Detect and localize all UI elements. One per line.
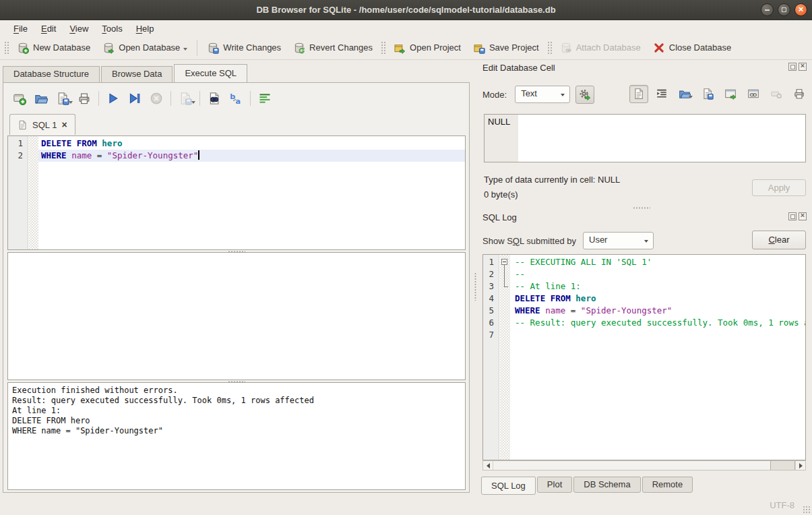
encoding-indicator[interactable]: UTF-8 (770, 500, 794, 510)
dropdown-arrow-icon[interactable] (69, 101, 73, 106)
fold-marker[interactable] (500, 256, 510, 268)
import-data-button[interactable] (675, 85, 694, 103)
titlebar[interactable]: DB Browser for SQLite - /home/user/code/… (0, 0, 812, 20)
open-in-external-button[interactable] (721, 85, 740, 103)
save-sql-file-button[interactable] (52, 90, 73, 108)
close-sql-tab-icon[interactable]: × (61, 120, 67, 129)
text-mode-button[interactable] (629, 85, 648, 103)
results-pane[interactable] (7, 252, 466, 380)
log-filter-label: Show SQL submitted by (482, 236, 576, 246)
sql-file-tab[interactable]: SQL 1 × (9, 114, 75, 135)
log-filter-combobox[interactable]: User (583, 232, 654, 249)
resize-grip[interactable] (803, 506, 810, 513)
code-line[interactable]: -- (512, 268, 805, 280)
execute-all-button[interactable] (102, 90, 124, 108)
float-dock-icon[interactable] (788, 63, 797, 71)
line-number: 4 (483, 293, 499, 305)
tab-sql-log[interactable]: SQL Log (481, 477, 536, 495)
close-database-button[interactable]: Close Database (647, 38, 738, 57)
close-dock-icon[interactable] (799, 212, 807, 220)
open-project-button[interactable]: Open Project (387, 38, 467, 57)
cell-edit-area[interactable] (518, 115, 805, 162)
code-line[interactable]: DELETE FROM hero (512, 293, 805, 305)
code-line[interactable]: WHERE name = "Spider-Youngster" (38, 150, 465, 162)
tab-new-icon (13, 92, 26, 105)
null-icon (770, 88, 782, 100)
open-database-label: Open Database (119, 42, 180, 53)
tab-plot[interactable]: Plot (537, 477, 572, 493)
right-dock-area: Edit Database Cell Mode: Text NULL Type … (480, 60, 812, 495)
main-vertical-splitter[interactable] (471, 60, 480, 495)
execute-current-line-button[interactable] (124, 90, 146, 108)
collapse-icon[interactable] (501, 259, 507, 265)
menu-view[interactable]: View (63, 22, 95, 35)
dropdown-arrow-icon[interactable] (689, 96, 693, 100)
menu-edit[interactable]: Edit (34, 22, 63, 35)
dock-splitter[interactable] (480, 207, 803, 209)
log-code-area[interactable]: -- EXECUTING ALL IN 'SQL 1'---- At line … (510, 255, 805, 460)
scroll-right-icon[interactable] (795, 461, 805, 470)
menubar: FileEditViewToolsHelp (0, 21, 812, 36)
sql-document-icon (18, 120, 28, 130)
scroll-left-icon[interactable] (483, 461, 493, 470)
editor-code-area[interactable]: DELETE FROM heroWHERE name = "Spider-You… (38, 136, 465, 249)
mode-combobox[interactable]: Text (515, 86, 570, 103)
write-changes-button[interactable]: Write Changes (201, 38, 287, 57)
clear-log-button[interactable]: Clear (752, 231, 806, 249)
dropdown-arrow-icon[interactable] (183, 48, 187, 53)
word-wrap-button[interactable] (254, 90, 276, 108)
code-line[interactable]: DELETE FROM hero (38, 138, 465, 150)
auto-format-sql-button[interactable] (225, 90, 247, 108)
maximize-button[interactable] (778, 3, 790, 16)
export-data-button[interactable] (698, 85, 717, 103)
tab-browse-data[interactable]: Browse Data (101, 66, 173, 82)
print-cell-button[interactable] (790, 85, 809, 103)
float-dock-icon[interactable] (788, 212, 797, 220)
toolbar-handle[interactable] (546, 40, 553, 55)
tab-db-schema[interactable]: DB Schema (573, 477, 640, 493)
menu-help[interactable]: Help (129, 22, 161, 35)
play-line-icon (128, 92, 142, 105)
cell-editor[interactable]: NULL (484, 114, 806, 162)
new-database-button[interactable]: New Database (11, 38, 96, 57)
new-sql-tab-button[interactable] (9, 90, 30, 108)
toolbar-handle[interactable] (3, 40, 9, 55)
open-database-button[interactable]: Open Database (96, 38, 193, 57)
cell-editor-toolbar (629, 84, 809, 103)
tab-database-structure[interactable]: Database Structure (3, 66, 100, 82)
log-fold-margin[interactable] (500, 255, 510, 460)
auto-switch-mode-button[interactable] (575, 86, 594, 104)
print-sql-button[interactable] (73, 90, 95, 108)
log-horizontal-scrollbar[interactable] (482, 460, 806, 471)
code-line[interactable]: -- EXECUTING ALL IN 'SQL 1' (512, 256, 805, 268)
minimize-button[interactable] (761, 3, 774, 16)
line-number: 7 (483, 329, 499, 341)
open-sql-file-button[interactable] (30, 90, 52, 108)
sql-log-pane[interactable]: 1234567 -- EXECUTING ALL IN 'SQL 1'---- … (482, 254, 806, 460)
menu-file[interactable]: File (7, 22, 34, 35)
close-dock-icon[interactable] (799, 63, 807, 71)
attach-database-label: Attach Database (576, 42, 641, 53)
copy-link-button[interactable] (744, 85, 763, 103)
apply-button[interactable]: Apply (752, 179, 806, 196)
sql-editor[interactable]: 12 DELETE FROM heroWHERE name = "Spider-… (7, 135, 466, 250)
code-line[interactable] (512, 329, 805, 341)
code-line[interactable]: WHERE name = "Spider-Youngster" (512, 305, 805, 317)
main-toolbar: New DatabaseOpen DatabaseWrite ChangesRe… (0, 36, 812, 60)
tab-remote[interactable]: Remote (642, 477, 693, 493)
dropdown-arrow-icon[interactable] (191, 101, 195, 106)
word-wrap-cell-button[interactable] (652, 85, 671, 103)
db-close-icon (653, 42, 665, 54)
find-replace-button[interactable] (204, 90, 225, 108)
main-tab-bar: Database StructureBrowse DataExecute SQL (3, 65, 249, 82)
menu-tools[interactable]: Tools (95, 22, 129, 35)
tab-execute-sql[interactable]: Execute SQL (174, 64, 247, 82)
code-line[interactable]: -- Result: query executed successfully. … (512, 317, 805, 329)
execution-message-pane[interactable]: Execution finished without errors. Resul… (7, 382, 466, 490)
revert-changes-button[interactable]: Revert Changes (287, 38, 379, 57)
toolbar-handle[interactable] (380, 40, 386, 55)
code-line[interactable]: -- At line 1: (512, 280, 805, 293)
save-project-button[interactable]: Save Project (467, 38, 545, 57)
close-button[interactable]: × (794, 3, 807, 16)
scrollbar-thumb[interactable] (770, 461, 795, 470)
